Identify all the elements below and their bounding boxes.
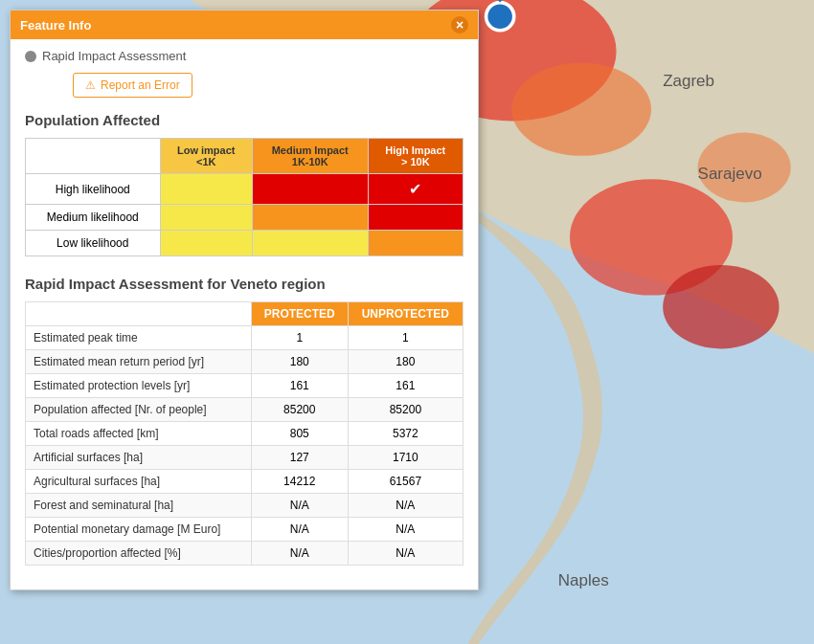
ria-table-row: Potential monetary damage [M Euro]N/AN/A bbox=[26, 518, 464, 542]
ria-table-row: Estimated mean return period [yr]180180 bbox=[26, 350, 464, 374]
ria-row-label: Potential monetary damage [M Euro] bbox=[26, 518, 252, 542]
ria-protected-value: 85200 bbox=[251, 398, 348, 422]
ria-protected-value: N/A bbox=[251, 542, 348, 566]
svg-point-6 bbox=[486, 3, 514, 31]
ria-row-label: Artificial surfaces [ha] bbox=[26, 446, 252, 470]
population-affected-title: Population Affected bbox=[25, 112, 464, 128]
ria-protected-value: N/A bbox=[251, 494, 348, 518]
impact-cell bbox=[368, 205, 463, 231]
impact-table: Low impact<1K Medium Impact1K-10K High I… bbox=[25, 138, 464, 256]
ria-unprotected-value: 61567 bbox=[348, 470, 463, 494]
ria-protected-value: 127 bbox=[251, 446, 348, 470]
impact-cell bbox=[252, 205, 368, 231]
ria-table-row: Agricultural surfaces [ha]1421261567 bbox=[26, 470, 464, 494]
medium-impact-header: Medium Impact1K-10K bbox=[252, 139, 368, 174]
impact-cell bbox=[160, 231, 252, 256]
ria-table-body: Estimated peak time11Estimated mean retu… bbox=[26, 326, 464, 566]
rapid-impact-table: PROTECTED UNPROTECTED Estimated peak tim… bbox=[25, 301, 464, 566]
ria-row-label: Agricultural surfaces [ha] bbox=[26, 470, 252, 494]
ria-label-col bbox=[26, 302, 252, 326]
report-error-label: Report an Error bbox=[101, 78, 180, 92]
feature-info-panel: Feature Info × Rapid Impact Assessment ⚠… bbox=[10, 10, 479, 590]
rapid-assessment-label: Rapid Impact Assessment bbox=[42, 49, 186, 63]
impact-cell bbox=[252, 231, 368, 256]
impact-row-label: Medium likelihood bbox=[26, 205, 161, 231]
impact-cell bbox=[160, 205, 252, 231]
impact-row-label: High likelihood bbox=[26, 174, 161, 205]
svg-point-4 bbox=[663, 265, 779, 348]
ria-table-row: Artificial surfaces [ha]1271710 bbox=[26, 446, 464, 470]
svg-text:Naples: Naples bbox=[558, 571, 609, 589]
svg-point-2 bbox=[511, 63, 651, 156]
impact-table-row: High likelihood✔ bbox=[26, 174, 464, 205]
impact-table-row: Medium likelihood bbox=[26, 205, 464, 231]
ria-table-row: Forest and seminatural [ha]N/AN/A bbox=[26, 494, 464, 518]
ria-unprotected-value: 85200 bbox=[348, 398, 463, 422]
rapid-impact-section: Rapid Impact Assessment for Veneto regio… bbox=[25, 276, 464, 566]
rapid-assessment-header: Rapid Impact Assessment bbox=[25, 49, 464, 63]
impact-table-body: High likelihood✔Medium likelihoodLow lik… bbox=[26, 174, 464, 256]
population-affected-section: Population Affected Low impact<1K Medium… bbox=[25, 112, 464, 256]
ria-unprotected-value: 5372 bbox=[348, 422, 463, 446]
high-impact-header: High Impact> 10K bbox=[368, 139, 463, 174]
ria-table-row: Population affected [Nr. of people]85200… bbox=[26, 398, 464, 422]
ria-table-row: Estimated peak time11 bbox=[26, 326, 464, 350]
warning-icon: ⚠ bbox=[85, 78, 96, 92]
ria-header-row: PROTECTED UNPROTECTED bbox=[26, 302, 464, 326]
ria-protected-value: 1 bbox=[251, 326, 348, 350]
ria-row-label: Cities/proportion affected [%] bbox=[26, 542, 252, 566]
ria-unprotected-value: 180 bbox=[348, 350, 463, 374]
panel-title: Feature Info bbox=[20, 18, 91, 33]
impact-cell: ✔ bbox=[368, 174, 463, 205]
ria-row-label: Total roads affected [km] bbox=[26, 422, 252, 446]
ria-row-label: Population affected [Nr. of people] bbox=[26, 398, 252, 422]
impact-cell bbox=[368, 231, 463, 256]
ria-table-row: Cities/proportion affected [%]N/AN/A bbox=[26, 542, 464, 566]
status-dot bbox=[25, 51, 36, 62]
ria-unprotected-value: N/A bbox=[348, 494, 463, 518]
ria-protected-header: PROTECTED bbox=[251, 302, 348, 326]
svg-text:Sarajevo: Sarajevo bbox=[698, 165, 762, 183]
ria-protected-value: N/A bbox=[251, 518, 348, 542]
low-impact-header: Low impact<1K bbox=[160, 139, 252, 174]
panel-body: Rapid Impact Assessment ⚠ Report an Erro… bbox=[11, 39, 478, 589]
ria-unprotected-value: 161 bbox=[348, 374, 463, 398]
panel-header: Feature Info × bbox=[11, 11, 478, 39]
impact-table-row: Low likelihood bbox=[26, 231, 464, 256]
close-button[interactable]: × bbox=[451, 16, 468, 33]
rapid-impact-title: Rapid Impact Assessment for Veneto regio… bbox=[25, 276, 464, 292]
ria-row-label: Estimated peak time bbox=[26, 326, 252, 350]
ria-table-row: Total roads affected [km]8055372 bbox=[26, 422, 464, 446]
ria-unprotected-value: 1710 bbox=[348, 446, 463, 470]
ria-protected-value: 14212 bbox=[251, 470, 348, 494]
impact-cell bbox=[252, 174, 368, 205]
ria-row-label: Forest and seminatural [ha] bbox=[26, 494, 252, 518]
ria-row-label: Estimated protection levels [yr] bbox=[26, 374, 252, 398]
svg-text:Zagreb: Zagreb bbox=[663, 72, 714, 90]
empty-header bbox=[26, 139, 161, 174]
impact-row-label: Low likelihood bbox=[26, 231, 161, 256]
ria-unprotected-value: 1 bbox=[348, 326, 463, 350]
ria-protected-value: 805 bbox=[251, 422, 348, 446]
ria-table-row: Estimated protection levels [yr]161161 bbox=[26, 374, 464, 398]
impact-table-header-row: Low impact<1K Medium Impact1K-10K High I… bbox=[26, 139, 464, 174]
impact-cell bbox=[160, 174, 252, 205]
ria-unprotected-value: N/A bbox=[348, 518, 463, 542]
ria-unprotected-value: N/A bbox=[348, 542, 463, 566]
ria-unprotected-header: UNPROTECTED bbox=[348, 302, 463, 326]
ria-protected-value: 161 bbox=[251, 374, 348, 398]
ria-row-label: Estimated mean return period [yr] bbox=[26, 350, 252, 374]
report-error-button[interactable]: ⚠ Report an Error bbox=[73, 73, 192, 98]
ria-protected-value: 180 bbox=[251, 350, 348, 374]
